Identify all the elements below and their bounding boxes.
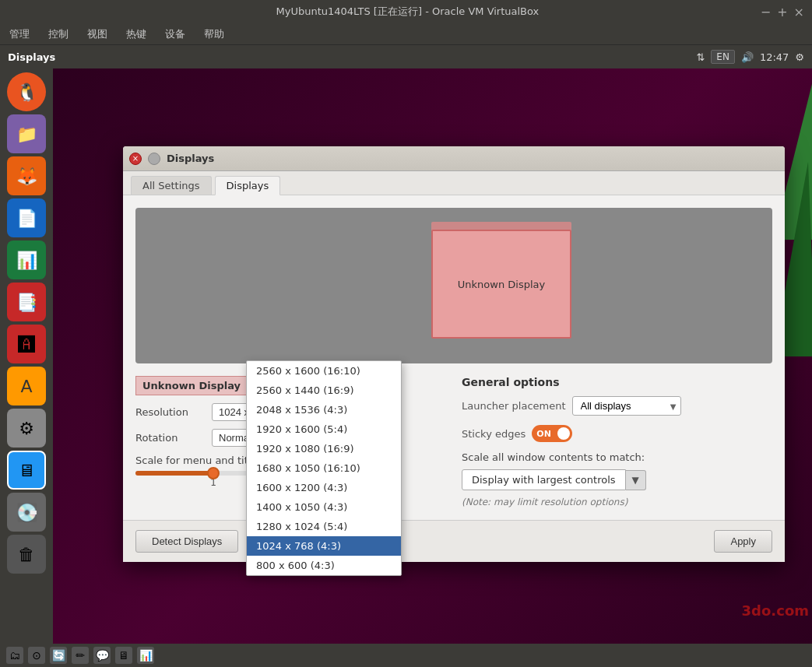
dialog-minimize-button[interactable] (148, 153, 160, 165)
scale-slider-thumb[interactable] (207, 467, 220, 479)
monitor-screen[interactable]: Unknown Display (431, 230, 571, 339)
launcher-dropdown-wrapper: All displays ▼ (572, 396, 681, 416)
scale-window-label: Scale all window contents to match: (462, 451, 772, 463)
maximize-button[interactable]: + (777, 5, 787, 19)
sticky-edges-label: Sticky edges (462, 428, 526, 440)
dock-item-appstore[interactable]: 🅰 (7, 325, 46, 363)
resolution-label: Resolution (135, 406, 206, 418)
launcher-label: Launcher placement (462, 400, 566, 412)
resolution-option-1[interactable]: 2560 x 1440 (16:9) (247, 381, 401, 400)
taskbar-icon-3[interactable]: 🔄 (50, 647, 67, 664)
dock-item-calc[interactable]: 📊 (7, 240, 46, 279)
clock: 12:47 (760, 51, 789, 63)
displays-dialog: × Displays All Settings Displays Unknown… (123, 146, 785, 562)
dialog-title: Displays (167, 153, 779, 164)
sticky-edges-row: Sticky edges ON (462, 425, 772, 442)
menu-bar: 管理 控制 视图 热键 设备 帮助 (0, 23, 812, 45)
watermark: 3do.com (742, 602, 809, 619)
resolution-option-7[interactable]: 1400 x 1050 (4:3) (247, 497, 401, 517)
display-name-label: Unknown Display (135, 376, 248, 395)
scale-window-dropdown-group: Display with largest controls ▼ (462, 469, 772, 490)
menu-view[interactable]: 视图 (84, 26, 111, 43)
dock-item-settings[interactable]: ⚙ (7, 409, 46, 448)
resolution-option-0[interactable]: 2560 x 1600 (16:10) (247, 361, 401, 381)
toggle-circle (557, 427, 570, 440)
resolution-popup: 2560 x 1600 (16:10) 2560 x 1440 (16:9) 2… (246, 360, 402, 576)
monitor-preview: Unknown Display (135, 208, 772, 363)
monitor-label: Unknown Display (458, 279, 545, 290)
menu-control[interactable]: 控制 (45, 26, 72, 43)
menu-device[interactable]: 设备 (162, 26, 188, 43)
dialog-titlebar: × Displays (123, 146, 785, 171)
resolution-option-9[interactable]: 1024 x 768 (4:3) (247, 536, 401, 556)
section-title: Displays (8, 51, 55, 63)
window-title: MyUbuntu1404LTS [正在运行] - Oracle VM Virtu… (54, 5, 761, 19)
scale-window-dropdown-main[interactable]: Display with largest controls (462, 469, 626, 490)
detect-displays-button[interactable]: Detect Displays (135, 530, 238, 553)
dock-item-writer[interactable]: 📄 (7, 198, 46, 237)
menu-help[interactable]: 帮助 (201, 26, 227, 43)
settings-row: Unknown Display Resolution 1024 x 768 (4… (135, 376, 772, 507)
language-badge[interactable]: EN (711, 50, 735, 64)
dock-item-amazon[interactable]: A (7, 367, 46, 405)
resolution-option-6[interactable]: 1600 x 1200 (4:3) (247, 478, 401, 497)
network-icon: ⇅ (696, 51, 705, 63)
taskbar-icon-1[interactable]: 🗂 (6, 647, 23, 664)
window-controls[interactable]: − + × (761, 5, 804, 19)
rotation-label: Rotation (135, 432, 206, 444)
taskbar-icon-5[interactable]: 💬 (93, 647, 111, 664)
resolution-option-5[interactable]: 1680 x 1050 (16:10) (247, 458, 401, 478)
settings-right: General options Launcher placement All d… (462, 376, 772, 507)
dialog-tabs: All Settings Displays (123, 171, 785, 195)
resolution-option-8[interactable]: 1280 x 1024 (5:4) (247, 517, 401, 536)
dock: 🐧 📁 🦊 📄 📊 📑 🅰 A ⚙ 🖥 💽 🗑 (0, 68, 53, 644)
tab-all-settings[interactable]: All Settings (131, 176, 212, 195)
menu-manage[interactable]: 管理 (6, 26, 33, 43)
close-button[interactable]: × (794, 5, 804, 19)
scale-window-dropdown-arrow[interactable]: ▼ (626, 470, 646, 490)
resolution-note: (Note: may limit resolution options) (462, 497, 772, 507)
resolution-option-10[interactable]: 800 x 600 (4:3) (247, 556, 401, 575)
dock-item-files[interactable]: 📁 (7, 114, 46, 153)
taskbar-icon-4[interactable]: ✏ (72, 647, 89, 664)
dock-item-firefox[interactable]: 🦊 (7, 156, 46, 195)
resolution-option-2[interactable]: 2048 x 1536 (4:3) (247, 400, 401, 420)
launcher-placement-row: Launcher placement All displays ▼ (462, 396, 772, 416)
title-bar: MyUbuntu1404LTS [正在运行] - Oracle VM Virtu… (0, 0, 812, 23)
volume-icon[interactable]: 🔊 (741, 51, 754, 63)
system-bar-right: ⇅ EN 🔊 12:47 ⚙ (696, 50, 804, 64)
dialog-buttons: Detect Displays Apply (123, 520, 785, 562)
dock-item-drive[interactable]: 💽 (7, 493, 46, 532)
general-options-title: General options (462, 376, 772, 388)
minimize-button[interactable]: − (761, 5, 771, 19)
scale-window-section: Scale all window contents to match: Disp… (462, 451, 772, 490)
scale-slider-fill (135, 471, 213, 476)
menu-hotkey[interactable]: 热键 (123, 26, 149, 43)
launcher-dropdown[interactable]: All displays (572, 396, 681, 416)
tab-displays[interactable]: Displays (215, 176, 281, 195)
resolution-option-4[interactable]: 1920 x 1080 (16:9) (247, 439, 401, 458)
dialog-close-button[interactable]: × (129, 153, 142, 165)
taskbar-icon-2[interactable]: ⊙ (28, 647, 45, 664)
apply-button[interactable]: Apply (714, 530, 772, 553)
dock-item-ubuntu[interactable]: 🐧 (7, 72, 46, 111)
taskbar-icon-7[interactable]: 📊 (137, 647, 154, 664)
settings-icon[interactable]: ⚙ (795, 51, 804, 63)
dock-item-impress[interactable]: 📑 (7, 283, 46, 321)
dock-item-display[interactable]: 🖥 (7, 451, 46, 490)
dock-item-trash[interactable]: 🗑 (7, 535, 46, 574)
desktop: × Displays All Settings Displays Unknown… (53, 68, 812, 644)
system-bar: Displays ⇅ EN 🔊 12:47 ⚙ (0, 45, 812, 68)
dialog-content: Unknown Display Unknown Display Resoluti… (123, 195, 785, 520)
taskbar-bottom: 🗂 ⊙ 🔄 ✏ 💬 🖥 📊 (0, 644, 812, 667)
taskbar-icon-6[interactable]: 🖥 (115, 647, 132, 664)
sticky-edges-toggle[interactable]: ON (532, 425, 572, 442)
toggle-on-label: ON (536, 429, 551, 439)
resolution-option-3[interactable]: 1920 x 1600 (5:4) (247, 420, 401, 439)
